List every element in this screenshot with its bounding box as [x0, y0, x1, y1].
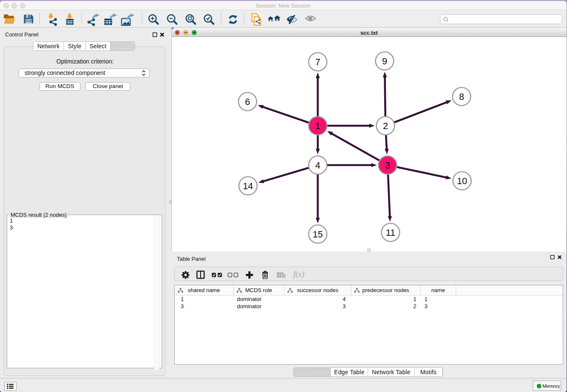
- svg-text:7: 7: [315, 57, 320, 67]
- svg-text:2: 2: [383, 121, 388, 131]
- svg-text:8: 8: [459, 92, 464, 102]
- svg-text:1: 1: [315, 121, 320, 131]
- svg-text:9: 9: [382, 56, 387, 66]
- svg-text:10: 10: [457, 176, 467, 186]
- svg-text:6: 6: [245, 97, 250, 107]
- svg-text:4: 4: [315, 160, 320, 171]
- svg-text:14: 14: [243, 181, 253, 191]
- svg-text:11: 11: [386, 228, 395, 238]
- svg-text:15: 15: [313, 229, 323, 240]
- svg-text:3: 3: [385, 160, 390, 171]
